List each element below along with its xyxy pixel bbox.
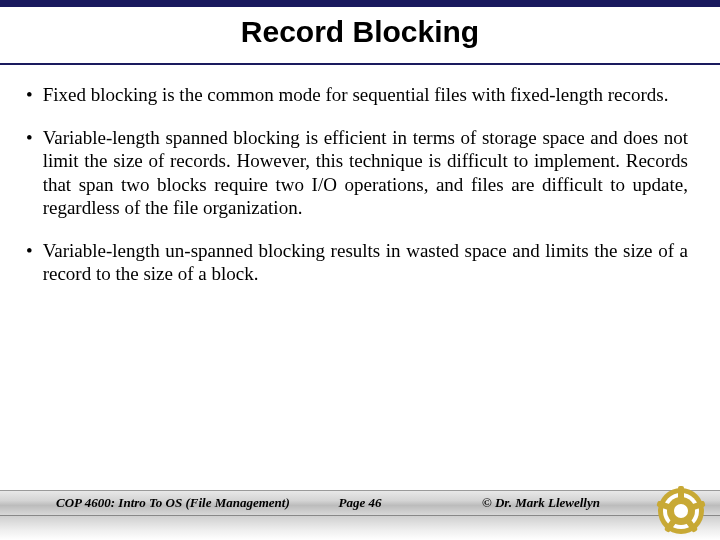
- bullet-text: Variable-length spanned blocking is effi…: [43, 126, 688, 219]
- bullet-dot-icon: •: [26, 83, 33, 106]
- bullet-dot-icon: •: [26, 239, 33, 285]
- footer: COP 4600: Intro To OS (File Management) …: [0, 490, 720, 516]
- bullet-item: • Fixed blocking is the common mode for …: [44, 83, 688, 106]
- ucf-logo-icon: [658, 488, 704, 534]
- slide-title: Record Blocking: [0, 15, 720, 49]
- slide-body: • Fixed blocking is the common mode for …: [0, 83, 720, 285]
- bottom-band: [0, 516, 720, 540]
- footer-course: COP 4600: Intro To OS (File Management): [56, 495, 290, 511]
- bullet-item: • Variable-length spanned blocking is ef…: [44, 126, 688, 219]
- footer-copyright: © Dr. Mark Llewellyn: [482, 495, 600, 511]
- bullet-dot-icon: •: [26, 126, 33, 219]
- slide: Record Blocking • Fixed blocking is the …: [0, 0, 720, 540]
- bullet-text: Variable-length un-spanned blocking resu…: [43, 239, 688, 285]
- bullet-text: Fixed blocking is the common mode for se…: [43, 83, 669, 106]
- title-underline: [0, 63, 720, 65]
- bullet-item: • Variable-length un-spanned blocking re…: [44, 239, 688, 285]
